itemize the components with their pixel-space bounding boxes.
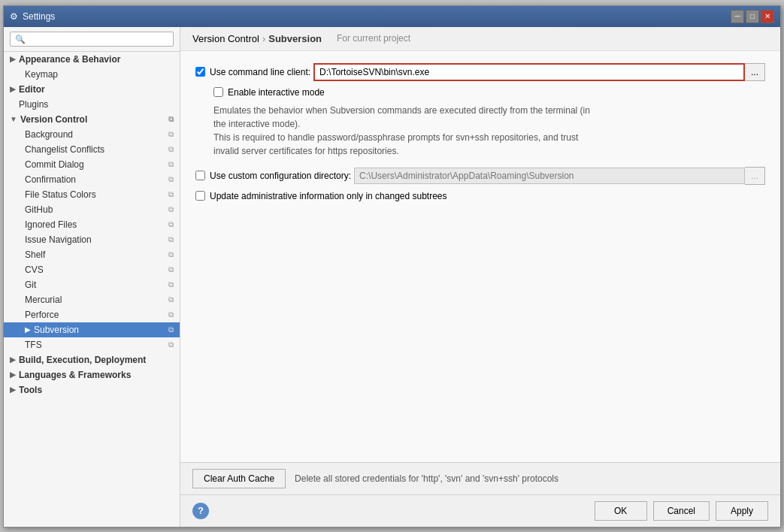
custom-config-checkbox[interactable]: [195, 171, 205, 180]
update-admin-checkbox-label[interactable]: Update administrative information only i…: [195, 191, 447, 201]
cmdline-input-row: ...: [313, 63, 765, 81]
custom-config-row: Use custom configuration directory: ...: [195, 167, 765, 185]
sidebar-item-git[interactable]: Git ⧉: [4, 277, 180, 292]
apply-button[interactable]: Apply: [716, 501, 768, 521]
description-line4: invalid server certificates for https re…: [213, 144, 765, 158]
subversion-settings-icon: ⧉: [168, 325, 174, 334]
sidebar-item-issue-nav[interactable]: Issue Navigation ⧉: [4, 232, 180, 247]
sidebar-label-languages: Languages & Frameworks: [19, 370, 131, 380]
help-button[interactable]: ?: [192, 503, 209, 519]
changelist-settings-icon: ⧉: [168, 145, 174, 154]
sidebar-label-git: Git: [25, 280, 36, 290]
breadcrumb-separator: ›: [262, 33, 265, 44]
cmdline-label-text: Use command line client:: [210, 67, 310, 77]
description-line2: the interactive mode).: [213, 117, 765, 131]
sidebar-label-editor: Editor: [19, 84, 45, 95]
background-settings-icon: ⧉: [168, 130, 174, 139]
commit-settings-icon: ⧉: [168, 160, 174, 169]
sidebar-item-subversion[interactable]: ▶ Subversion ⧉: [4, 322, 180, 337]
update-admin-row: Update administrative information only i…: [195, 191, 765, 201]
description-line1: Emulates the behavior when Subversion co…: [213, 104, 765, 117]
titlebar-controls: ─ □ ✕: [731, 10, 774, 23]
search-box: [4, 27, 180, 52]
sidebar-label-issue-nav: Issue Navigation: [25, 234, 92, 245]
footer: ? OK Cancel Apply: [180, 494, 780, 527]
sidebar-label-cvs: CVS: [25, 264, 44, 275]
sidebar-item-confirmation[interactable]: Confirmation ⧉: [4, 172, 180, 187]
settings-window: ⚙ Settings ─ □ ✕ ▶ Appearance & Behavior…: [3, 5, 781, 527]
collapse-arrow-appearance: ▶: [10, 55, 16, 63]
sidebar-label-mercurial: Mercurial: [25, 295, 62, 305]
sidebar-label-vc: Version Control: [20, 114, 87, 125]
ignored-settings-icon: ⧉: [168, 220, 174, 229]
interactive-checkbox-label[interactable]: Enable interactive mode: [213, 87, 325, 98]
sidebar-item-plugins[interactable]: Plugins: [4, 97, 180, 112]
sidebar-label-subversion: Subversion: [34, 325, 79, 335]
interactive-mode-label: Enable interactive mode: [228, 87, 325, 98]
collapse-arrow-languages: ▶: [10, 370, 16, 379]
tfs-settings-icon: ⧉: [168, 340, 174, 349]
breadcrumb-root: Version Control: [192, 33, 259, 44]
sidebar-item-github[interactable]: GitHub ⧉: [4, 202, 180, 217]
minimize-button[interactable]: ─: [731, 10, 744, 23]
sidebar-item-changelist[interactable]: Changelist Conflicts ⧉: [4, 142, 180, 157]
sidebar-item-background[interactable]: Background ⧉: [4, 127, 180, 142]
search-input[interactable]: [10, 32, 174, 47]
sidebar-label-commit-dialog: Commit Dialog: [25, 159, 84, 170]
cancel-button[interactable]: Cancel: [653, 501, 710, 521]
shelf-settings-icon: ⧉: [168, 250, 174, 259]
sidebar-item-cvs[interactable]: CVS ⧉: [4, 262, 180, 277]
sidebar-label-file-status: File Status Colors: [25, 189, 96, 200]
breadcrumb: Version Control › Subversion For current…: [180, 27, 780, 51]
sidebar-label-confirmation: Confirmation: [25, 174, 76, 185]
ok-button[interactable]: OK: [595, 501, 647, 521]
sidebar-item-build[interactable]: ▶ Build, Execution, Deployment: [4, 352, 180, 367]
sidebar-label-changelist: Changelist Conflicts: [25, 144, 104, 155]
update-admin-checkbox[interactable]: [195, 191, 205, 201]
form-content: Use command line client: ... Enable inte…: [180, 51, 780, 462]
sidebar-item-shelf[interactable]: Shelf ⧉: [4, 247, 180, 262]
expand-arrow-subversion: ▶: [25, 325, 31, 334]
sidebar-item-file-status[interactable]: File Status Colors ⧉: [4, 187, 180, 202]
custom-config-label-text: Use custom configuration directory:: [210, 171, 351, 181]
git-settings-icon: ⧉: [168, 280, 174, 289]
description-line3: This is required to handle password/pass…: [213, 131, 765, 144]
cmdline-browse-button[interactable]: ...: [745, 63, 765, 81]
sidebar-item-tools[interactable]: ▶ Tools: [4, 382, 180, 397]
maximize-button[interactable]: □: [746, 10, 759, 23]
sidebar: ▶ Appearance & Behavior Keymap ▶ Editor …: [4, 27, 180, 527]
collapse-arrow-tools: ▶: [10, 385, 16, 394]
sidebar-label-perforce: Perforce: [25, 310, 59, 320]
cmdline-checkbox-label[interactable]: Use command line client:: [195, 67, 313, 77]
clear-auth-button[interactable]: Clear Auth Cache: [192, 469, 286, 488]
sidebar-item-commit-dialog[interactable]: Commit Dialog ⧉: [4, 157, 180, 172]
main-panel: Version Control › Subversion For current…: [180, 27, 780, 527]
sidebar-label-tools: Tools: [19, 385, 42, 395]
sidebar-item-editor[interactable]: ▶ Editor: [4, 82, 180, 97]
sidebar-label-plugins: Plugins: [19, 99, 48, 110]
cvs-settings-icon: ⧉: [168, 265, 174, 274]
custom-config-input[interactable]: [354, 168, 745, 184]
cmdline-row: Use command line client: ...: [195, 63, 765, 81]
cmdline-checkbox[interactable]: [195, 67, 205, 77]
breadcrumb-current: Subversion: [268, 33, 322, 44]
sidebar-item-appearance[interactable]: ▶ Appearance & Behavior: [4, 52, 180, 67]
cmdline-path-input[interactable]: [313, 63, 745, 81]
custom-config-checkbox-label[interactable]: Use custom configuration directory:: [195, 171, 354, 181]
sidebar-item-keymap[interactable]: Keymap: [4, 67, 180, 82]
sidebar-item-version-control[interactable]: ▼ Version Control ⧉: [4, 112, 180, 127]
mercurial-settings-icon: ⧉: [168, 295, 174, 304]
sidebar-item-tfs[interactable]: TFS ⧉: [4, 337, 180, 352]
interactive-mode-checkbox[interactable]: [213, 87, 223, 97]
app-icon: ⚙: [10, 11, 18, 22]
sidebar-item-languages[interactable]: ▶ Languages & Frameworks: [4, 367, 180, 382]
custom-config-browse-button[interactable]: ...: [745, 167, 765, 185]
close-button[interactable]: ✕: [761, 10, 774, 23]
sidebar-label-tfs: TFS: [25, 340, 42, 350]
main-content-area: ▶ Appearance & Behavior Keymap ▶ Editor …: [4, 27, 780, 527]
sidebar-item-perforce[interactable]: Perforce ⧉: [4, 307, 180, 322]
issue-nav-settings-icon: ⧉: [168, 235, 174, 244]
collapse-arrow-vc: ▼: [10, 115, 17, 123]
sidebar-item-mercurial[interactable]: Mercurial ⧉: [4, 292, 180, 307]
sidebar-item-ignored-files[interactable]: Ignored Files ⧉: [4, 217, 180, 232]
